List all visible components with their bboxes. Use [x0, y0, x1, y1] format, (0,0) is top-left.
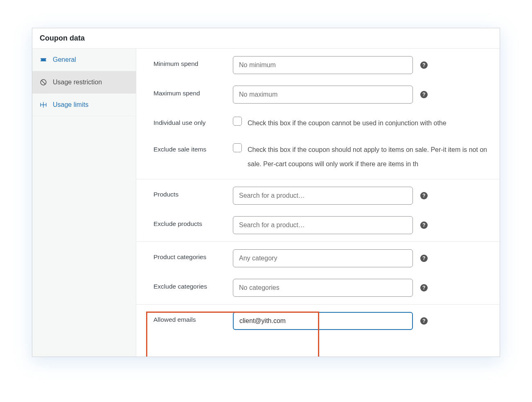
individual-use-checkbox[interactable] [233, 117, 242, 126]
minimum-spend-input[interactable] [233, 56, 413, 74]
exclude-sale-desc: Check this box if the coupon should not … [248, 142, 500, 171]
help-icon[interactable]: ? [420, 91, 428, 98]
tabs-nav: General Usage restriction Usage limits [32, 49, 136, 357]
label-minimum-spend: Minimum spend [153, 56, 223, 68]
row-maximum-spend: Maximum spend ? [136, 80, 500, 109]
label-exclude-categories: Exclude categories [153, 279, 223, 290]
products-select[interactable]: Search for a product… [233, 187, 413, 205]
limits-icon [40, 101, 47, 108]
help-icon[interactable]: ? [420, 255, 428, 262]
group-emails: Allowed emails ? [136, 305, 500, 337]
exclude-sale-checkbox[interactable] [233, 143, 242, 152]
row-individual-use: Individual use only Check this box if th… [136, 109, 500, 136]
label-products: Products [153, 187, 223, 198]
group-spend: Minimum spend ? Maximum spend ? Individu… [136, 49, 500, 179]
row-minimum-spend: Minimum spend ? [136, 50, 500, 80]
label-product-categories: Product categories [153, 249, 223, 261]
label-individual-use: Individual use only [153, 115, 223, 126]
product-categories-select[interactable]: Any category [233, 249, 413, 267]
tab-usage-limits[interactable]: Usage limits [32, 94, 136, 116]
svg-line-1 [42, 81, 45, 84]
row-exclude-products: Exclude products Search for a product… ? [136, 210, 500, 240]
coupon-data-panel: Coupon data General Usage restriction Us… [32, 28, 500, 357]
ban-icon [40, 79, 47, 86]
row-exclude-categories: Exclude categories No categories ? [136, 273, 500, 303]
row-allowed-emails: Allowed emails ? [136, 306, 500, 336]
tab-label: Usage limits [53, 101, 88, 108]
tab-general[interactable]: General [32, 49, 136, 71]
row-products: Products Search for a product… ? [136, 181, 500, 210]
tab-content: Minimum spend ? Maximum spend ? Individu… [136, 49, 500, 357]
help-icon[interactable]: ? [420, 317, 428, 325]
individual-use-desc: Check this box if the coupon cannot be u… [248, 116, 446, 130]
label-exclude-sale: Exclude sale items [153, 142, 223, 153]
label-allowed-emails: Allowed emails [153, 312, 223, 323]
group-products: Products Search for a product… ? Exclude… [136, 179, 500, 242]
label-maximum-spend: Maximum spend [153, 86, 223, 97]
exclude-products-select[interactable]: Search for a product… [233, 216, 413, 234]
label-exclude-products: Exclude products [153, 216, 223, 228]
panel-body: General Usage restriction Usage limits M… [32, 49, 500, 357]
row-exclude-sale: Exclude sale items Check this box if the… [136, 136, 500, 177]
help-icon[interactable]: ? [420, 221, 428, 229]
allowed-emails-input[interactable] [233, 312, 413, 330]
tab-label: Usage restriction [53, 79, 102, 86]
help-icon[interactable]: ? [420, 61, 428, 69]
ticket-icon [40, 56, 47, 63]
help-icon[interactable]: ? [420, 284, 428, 291]
exclude-categories-select[interactable]: No categories [233, 279, 413, 297]
maximum-spend-input[interactable] [233, 86, 413, 104]
panel-title: Coupon data [32, 28, 500, 49]
group-categories: Product categories Any category ? Exclud… [136, 242, 500, 305]
row-product-categories: Product categories Any category ? [136, 244, 500, 273]
tab-label: General [53, 56, 76, 63]
help-icon[interactable]: ? [420, 192, 428, 199]
tab-usage-restriction[interactable]: Usage restriction [32, 71, 136, 94]
